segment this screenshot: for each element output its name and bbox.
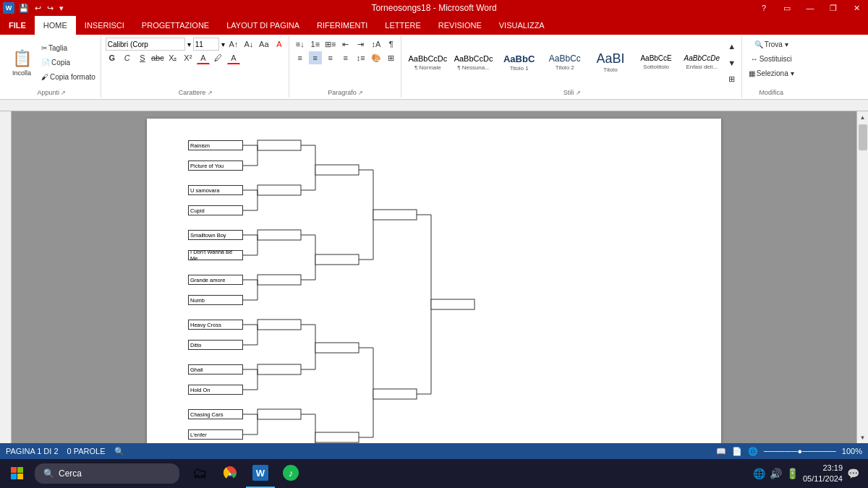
text-color-btn[interactable]: A	[227, 51, 240, 64]
style-sottotitolo[interactable]: AaBbCcE Sottotitolo	[634, 41, 678, 85]
align-center-btn[interactable]: ≡	[309, 51, 322, 64]
taglia-btn[interactable]: ✂ Taglia	[39, 42, 98, 55]
style-titolo2[interactable]: AaBbCc Titolo 2	[542, 41, 587, 85]
scroll-thumb[interactable]	[859, 124, 867, 150]
help-btn[interactable]: ?	[752, 0, 775, 16]
underline-btn[interactable]: S	[136, 51, 149, 64]
doc-canvas[interactable]: Rainism Picture of You U samovara Cupid …	[12, 111, 856, 443]
start-button[interactable]	[3, 459, 32, 488]
save-quick-btn[interactable]: 💾	[17, 4, 30, 13]
tab-visualizza[interactable]: VISUALIZZA	[490, 16, 553, 35]
tab-riferimenti[interactable]: RIFERIMENTI	[308, 16, 376, 35]
styles-expand[interactable]: ⊞	[726, 73, 739, 86]
tab-file[interactable]: FILE	[0, 16, 35, 35]
customize-quick-btn[interactable]: ▾	[58, 4, 65, 13]
clear-format-btn[interactable]: A	[273, 38, 286, 51]
sort-btn[interactable]: ↕A	[370, 38, 383, 51]
zoom-level[interactable]: 100%	[842, 447, 862, 455]
taskbar-datetime[interactable]: 23:19 05/11/2024	[803, 463, 843, 485]
font-family-input[interactable]	[106, 38, 185, 51]
style-nessuna-preview: AaBbCcDc	[454, 55, 493, 63]
volume-icon[interactable]: 🔊	[770, 468, 782, 479]
font-grow-btn[interactable]: A↑	[227, 38, 240, 51]
bullet-list-btn[interactable]: ≡↓	[294, 38, 307, 51]
undo-quick-btn[interactable]: ↩	[33, 4, 43, 13]
font-size-input[interactable]	[193, 38, 219, 51]
tab-home[interactable]: HOME	[35, 16, 76, 35]
style-titolo[interactable]: AaBI Titolo	[588, 41, 632, 85]
incolla-btn[interactable]: 📋 Incolla	[6, 41, 38, 85]
scroll-up-arrow[interactable]: ▲	[857, 111, 869, 123]
font-size-dropdown[interactable]: ▾	[221, 40, 225, 48]
font-family-dropdown[interactable]: ▾	[187, 40, 191, 48]
shading-btn[interactable]: 🎨	[370, 51, 383, 64]
network-icon[interactable]: 🌐	[753, 468, 765, 479]
tab-inserisci[interactable]: INSERISCI	[76, 16, 133, 35]
sostituisci-btn[interactable]: ↔ Sostituisci	[749, 52, 794, 65]
redo-quick-btn[interactable]: ↪	[46, 4, 55, 13]
style-titolo1[interactable]: AaBbC Titolo 1	[497, 41, 541, 85]
multilevel-list-btn[interactable]: ⊞≡	[324, 38, 337, 51]
justify-btn[interactable]: ≡	[339, 51, 352, 64]
show-marks-btn[interactable]: ¶	[385, 38, 398, 51]
align-right-btn[interactable]: ≡	[324, 51, 337, 64]
style-enfasi-label: Enfasi deli...	[686, 64, 718, 70]
style-nessuna[interactable]: AaBbCcDc ¶ Nessuna...	[451, 41, 495, 85]
taskbar-word[interactable]: W	[246, 459, 275, 488]
line-spacing-btn[interactable]: ↕≡	[354, 51, 367, 64]
zoom-slider[interactable]: ──────●──────	[764, 447, 836, 455]
copia-formato-btn[interactable]: 🖌 Copia formato	[39, 71, 98, 84]
font-color-btn[interactable]: A	[197, 51, 210, 64]
subscript-btn[interactable]: X₂	[166, 51, 179, 64]
style-normale[interactable]: AaBbCcDc ¶ Normale	[406, 41, 450, 85]
scroll-down-arrow[interactable]: ▼	[857, 432, 869, 443]
align-left-btn[interactable]: ≡	[294, 51, 307, 64]
style-enfasi[interactable]: AaBbCcDe Enfasi deli...	[680, 41, 724, 85]
ribbon-display-btn[interactable]: ▭	[775, 0, 799, 16]
decrease-indent-btn[interactable]: ⇤	[339, 38, 352, 51]
taskbar-chrome[interactable]	[216, 459, 244, 488]
tab-progettazione[interactable]: PROGETTAZIONE	[133, 16, 218, 35]
close-btn[interactable]: ✕	[845, 0, 868, 16]
taskbar-right: 🌐 🔊 🔋 23:19 05/11/2024 💬	[753, 463, 865, 485]
word-count[interactable]: 0 PAROLE	[67, 447, 106, 455]
bold-btn[interactable]: G	[106, 51, 119, 64]
view-web-btn[interactable]: 🌐	[748, 447, 758, 456]
copia-formato-label: Copia formato	[50, 73, 95, 81]
tab-lettere[interactable]: LETTERE	[376, 16, 430, 35]
highlight-btn[interactable]: 🖊	[212, 51, 225, 64]
view-read-btn[interactable]: 📖	[716, 447, 726, 456]
copia-btn[interactable]: 📄 Copia	[39, 56, 98, 69]
change-case-btn[interactable]: Aa	[258, 38, 271, 51]
seleziona-btn[interactable]: ▦ Seleziona ▾	[746, 67, 796, 80]
tab-revisione[interactable]: REVISIONE	[430, 16, 490, 35]
style-nessuna-label: ¶ Nessuna...	[457, 64, 490, 71]
font-row-1: ▾ ▾ A↑ A↓ Aa A	[106, 38, 286, 51]
view-layout-btn[interactable]: 📄	[732, 447, 742, 456]
file-explorer-icon: 🗂	[192, 465, 207, 481]
font-shrink-btn[interactable]: A↓	[242, 38, 255, 51]
minimize-btn[interactable]: —	[799, 0, 822, 16]
styles-scroll-up[interactable]: ▲	[726, 40, 739, 53]
trova-btn[interactable]: 🔍 Trova ▾	[752, 38, 791, 51]
border-btn[interactable]: ⊞	[385, 51, 398, 64]
page-count[interactable]: PAGINA 1 DI 2	[6, 447, 59, 455]
tab-layout[interactable]: LAYOUT DI PAGINA	[218, 16, 308, 35]
increase-indent-btn[interactable]: ⇥	[354, 38, 367, 51]
strikethrough-btn[interactable]: abc	[151, 51, 164, 64]
lang-indicator[interactable]: 🔍	[114, 447, 124, 456]
styles-scroll-down[interactable]: ▼	[726, 56, 739, 69]
sostituisci-label: Sostituisci	[760, 55, 792, 63]
taskbar-spotify[interactable]: ♪	[276, 459, 305, 488]
taskbar-file-explorer[interactable]: 🗂	[185, 459, 214, 488]
italic-btn[interactable]: C	[121, 51, 134, 64]
scrollbar-right[interactable]: ▲ ▼	[856, 111, 868, 443]
modifica-label: Modifica	[746, 87, 796, 96]
num-list-btn[interactable]: 1≡	[309, 38, 322, 51]
battery-icon[interactable]: 🔋	[786, 468, 799, 479]
taskbar-search-box[interactable]: 🔍 Cerca	[35, 463, 179, 484]
windows-logo-icon	[11, 467, 24, 480]
maximize-btn[interactable]: ❐	[822, 0, 845, 16]
notification-icon[interactable]: 💬	[847, 468, 859, 479]
superscript-btn[interactable]: X²	[182, 51, 195, 64]
